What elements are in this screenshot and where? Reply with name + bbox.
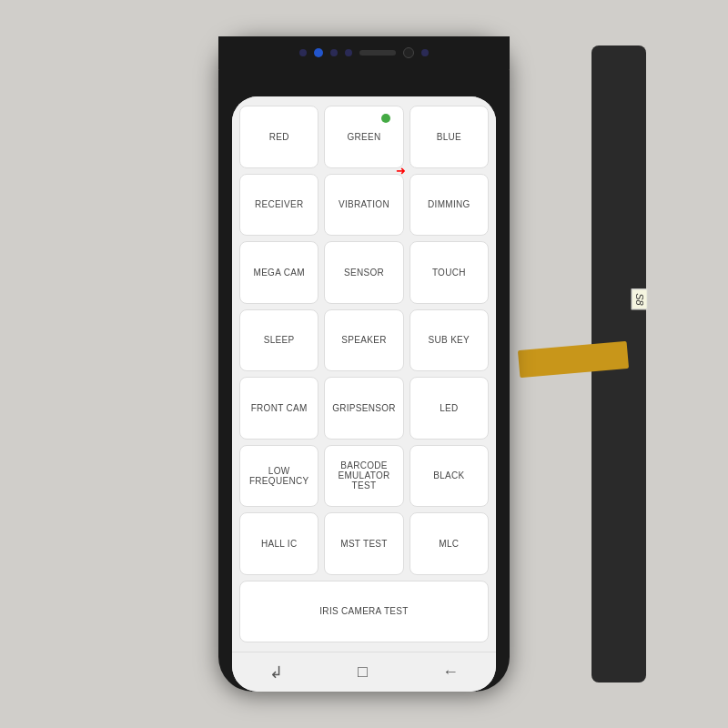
green-indicator [381,114,390,123]
dot-3 [330,49,338,56]
sub-key-button[interactable]: SUB KEY [410,309,489,372]
home-icon[interactable]: □ [358,662,368,682]
barcode-emulator-test-button[interactable]: BARCODE EMULATOR TEST [324,445,403,508]
green-button[interactable]: GREEN ➜ [324,106,403,168]
back-icon[interactable]: ← [442,662,459,682]
recent-apps-icon[interactable]: ↲ [269,662,283,682]
dot-5 [421,49,429,56]
front-cam-button[interactable]: FRONT CAM [239,377,318,440]
speaker-slot [359,50,396,56]
iris-camera-test-button[interactable]: IRIS CAMERA TEST [239,581,489,643]
blue-button[interactable]: BLUE [410,106,489,168]
phone-device: RED GREEN ➜ BLUE RECEIVER VIBRATION DIMM… [218,36,510,692]
sensor-button[interactable]: SENSOR [324,241,403,304]
front-camera [403,47,414,58]
hall-ic-button[interactable]: HALL IC [239,512,318,575]
red-button[interactable]: RED [239,106,318,168]
dot-1 [299,49,307,56]
mst-test-button[interactable]: MST TEST [324,512,403,575]
mlc-button[interactable]: MLC [410,512,489,575]
speaker-button[interactable]: SPEAKER [324,309,403,372]
touch-button[interactable]: TOUCH [410,241,489,304]
button-grid: RED GREEN ➜ BLUE RECEIVER VIBRATION DIMM… [232,96,496,652]
dot-4 [345,49,352,56]
vibration-button[interactable]: VIBRATION [324,174,403,237]
dot-2 [314,48,323,57]
gripsensor-button[interactable]: GRIPSENSOR [324,377,403,440]
device-sticker: S8 [631,288,647,309]
dimming-button[interactable]: DIMMING [410,174,489,237]
low-frequency-button[interactable]: LOW FREQUENCY [239,445,318,508]
receiver-button[interactable]: RECEIVER [239,174,318,237]
screen: RED GREEN ➜ BLUE RECEIVER VIBRATION DIMM… [232,96,496,692]
black-button[interactable]: BLACK [410,445,489,508]
phone-top-bar [218,36,510,69]
sleep-button[interactable]: SLEEP [239,309,318,372]
led-button[interactable]: LED [410,377,489,440]
nav-bar: ↲ □ ← [232,652,496,692]
mega-cam-button[interactable]: MEGA CAM [239,241,318,304]
